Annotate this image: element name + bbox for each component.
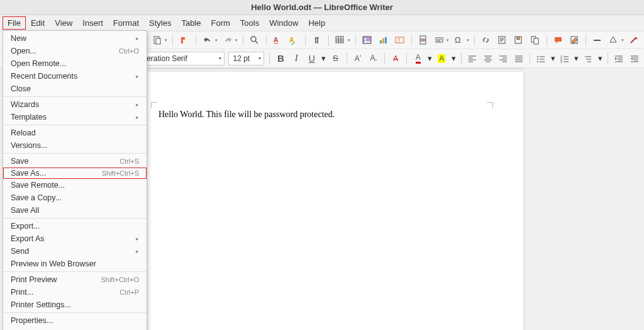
line-icon[interactable] bbox=[591, 34, 604, 47]
menu-format[interactable]: Format bbox=[108, 16, 144, 30]
menu-item-accelerator: Ctrl+P bbox=[119, 288, 139, 296]
menu-item-print[interactable]: Print...Ctrl+P bbox=[3, 286, 147, 299]
menu-divider bbox=[3, 218, 147, 219]
draw-functions-icon[interactable] bbox=[628, 34, 640, 47]
font-name-combo[interactable]: eration Serif▾ bbox=[142, 52, 225, 65]
menu-item-save-a-copy[interactable]: Save a Copy... bbox=[3, 191, 147, 204]
menu-item-versions[interactable]: Versions... bbox=[3, 139, 147, 152]
window-title: Hello World.odt — LibreOffice Writer bbox=[251, 3, 393, 12]
insert-image-icon[interactable] bbox=[361, 34, 374, 47]
outline-button[interactable] bbox=[582, 52, 594, 65]
menu-divider bbox=[3, 153, 147, 154]
menu-item-recent-documents[interactable]: Recent Documents▸ bbox=[3, 70, 147, 82]
insert-comment-icon[interactable] bbox=[552, 34, 565, 47]
align-justify-button[interactable] bbox=[513, 52, 525, 65]
chevron-down-icon: ▾ bbox=[219, 55, 221, 61]
menu-item-preview-in-web-browser[interactable]: Preview in Web Browser bbox=[3, 258, 147, 270]
svg-rect-14 bbox=[420, 41, 426, 44]
menu-table[interactable]: Table bbox=[176, 16, 206, 30]
menu-window[interactable]: Window bbox=[264, 16, 303, 30]
font-size-combo[interactable]: 12 pt▾ bbox=[228, 52, 264, 65]
spellcheck-icon[interactable]: A bbox=[272, 34, 284, 47]
svg-point-2 bbox=[251, 37, 256, 42]
menu-item-label: Save As... bbox=[11, 169, 102, 178]
align-left-button[interactable] bbox=[467, 52, 479, 65]
bullet-list-button[interactable] bbox=[535, 52, 547, 65]
insert-textbox-icon[interactable]: T bbox=[394, 34, 406, 47]
menu-item-save[interactable]: SaveCtrl+S bbox=[3, 155, 147, 168]
menu-insert[interactable]: Insert bbox=[77, 16, 108, 30]
svg-text:T: T bbox=[397, 37, 401, 43]
menu-item-wizards[interactable]: Wizards▸ bbox=[3, 98, 147, 111]
menu-item-export-as[interactable]: Export As▸ bbox=[3, 232, 147, 245]
menu-item-templates[interactable]: Templates▸ bbox=[3, 111, 147, 123]
clear-formatting-button[interactable]: A̶ bbox=[390, 52, 402, 65]
menu-item-reload[interactable]: Reload bbox=[3, 127, 147, 139]
menu-file[interactable]: File bbox=[3, 16, 26, 30]
decrease-indent-button[interactable] bbox=[628, 52, 640, 65]
undo-icon[interactable] bbox=[201, 34, 214, 47]
menu-item-accelerator: Shift+Ctrl+O bbox=[101, 276, 139, 283]
document-page[interactable]: Hello World. This file will be password … bbox=[121, 72, 523, 330]
superscript-button[interactable]: A² bbox=[352, 52, 364, 65]
menu-help[interactable]: Help bbox=[303, 16, 330, 30]
menu-form[interactable]: Form bbox=[206, 16, 235, 30]
menu-item-new[interactable]: New▸ bbox=[3, 32, 147, 45]
insert-cross-reference-icon[interactable] bbox=[529, 34, 541, 47]
insert-chart-icon[interactable] bbox=[377, 34, 390, 47]
redo-icon[interactable] bbox=[221, 34, 234, 47]
insert-bookmark-icon[interactable] bbox=[513, 34, 525, 47]
insert-hyperlink-icon[interactable] bbox=[480, 34, 492, 47]
svg-point-24 bbox=[537, 61, 538, 62]
clone-formatting-icon[interactable] bbox=[178, 34, 191, 47]
menu-item-digital-signatures[interactable]: Digital Signatures▸ bbox=[3, 327, 147, 330]
track-changes-icon[interactable] bbox=[569, 34, 581, 47]
menu-item-close[interactable]: Close bbox=[3, 82, 147, 95]
align-center-button[interactable] bbox=[482, 52, 494, 65]
strikethrough-button[interactable]: S bbox=[330, 52, 341, 65]
menu-item-open[interactable]: Open...Ctrl+O bbox=[3, 45, 147, 57]
basic-shapes-icon[interactable] bbox=[608, 34, 620, 47]
menu-item-open-remote[interactable]: Open Remote... bbox=[3, 57, 147, 70]
highlight-color-button[interactable]: A bbox=[436, 52, 448, 65]
menu-item-export[interactable]: Export... bbox=[3, 220, 147, 232]
insert-special-char-icon[interactable]: Ω bbox=[453, 34, 465, 47]
menu-item-save-remote[interactable]: Save Remote... bbox=[3, 179, 147, 191]
svg-rect-13 bbox=[420, 36, 426, 39]
font-size-value: 12 pt bbox=[233, 54, 250, 63]
formatting-marks-icon[interactable] bbox=[311, 34, 323, 47]
menu-item-label: Reload bbox=[11, 128, 139, 137]
menu-tools[interactable]: Tools bbox=[235, 16, 264, 30]
italic-button[interactable]: I bbox=[291, 52, 303, 65]
menu-item-save-all[interactable]: Save All bbox=[3, 204, 147, 217]
auto-spellcheck-icon[interactable]: A bbox=[288, 34, 301, 47]
menu-item-print-preview[interactable]: Print PreviewShift+Ctrl+O bbox=[3, 273, 147, 286]
menu-styles[interactable]: Styles bbox=[144, 16, 176, 30]
paste-icon[interactable] bbox=[151, 34, 164, 47]
insert-footnote-icon[interactable] bbox=[496, 34, 509, 47]
menu-item-save-as[interactable]: Save As...Shift+Ctrl+S bbox=[3, 168, 147, 179]
menu-item-send[interactable]: Send▸ bbox=[3, 245, 147, 258]
horizontal-ruler[interactable] bbox=[121, 68, 523, 69]
align-right-button[interactable] bbox=[497, 52, 509, 65]
menu-item-printer-settings[interactable]: Printer Settings... bbox=[3, 299, 147, 311]
insert-field-icon[interactable] bbox=[433, 34, 446, 47]
menu-item-label: Preview in Web Browser bbox=[11, 259, 139, 268]
menu-item-label: Open... bbox=[11, 47, 119, 55]
insert-page-break-icon[interactable] bbox=[417, 34, 430, 47]
menu-edit[interactable]: Edit bbox=[26, 16, 50, 30]
font-color-button[interactable]: A bbox=[412, 52, 424, 65]
menu-item-label: Save bbox=[11, 157, 119, 166]
insert-table-icon[interactable] bbox=[334, 34, 347, 47]
underline-button[interactable]: U bbox=[306, 52, 318, 65]
menu-item-properties[interactable]: Properties... bbox=[3, 314, 147, 327]
menu-divider bbox=[3, 96, 147, 97]
menu-view[interactable]: View bbox=[50, 16, 77, 30]
find-icon[interactable] bbox=[248, 34, 261, 47]
numbered-list-button[interactable]: 123 bbox=[559, 52, 571, 65]
document-body-text[interactable]: Hello World. This file will be password … bbox=[158, 110, 335, 119]
svg-point-7 bbox=[365, 38, 367, 40]
subscript-button[interactable]: A² bbox=[367, 52, 379, 65]
bold-button[interactable]: B bbox=[275, 52, 287, 65]
increase-indent-button[interactable] bbox=[613, 52, 625, 65]
